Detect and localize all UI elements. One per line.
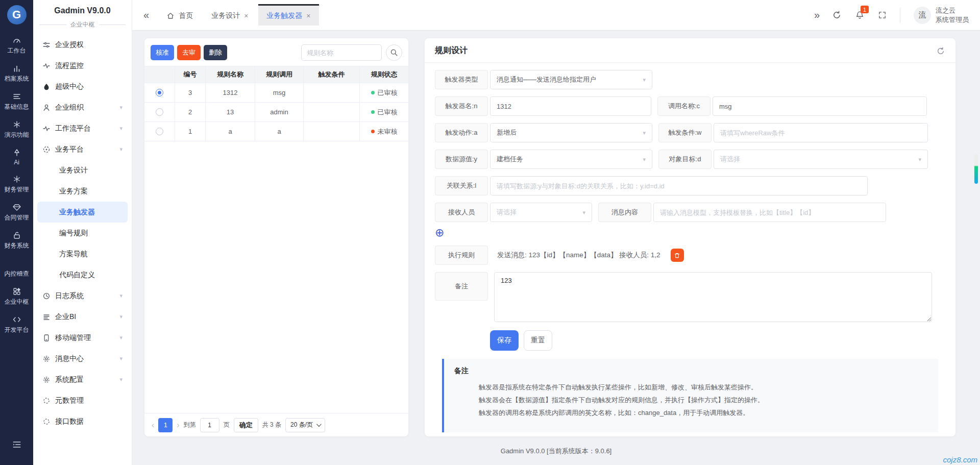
object-target-select[interactable]: 请选择 ▾ <box>714 150 928 169</box>
sidebar-item-numbering-rule[interactable]: 编号规则 <box>37 223 128 243</box>
sidebar: Gadmin V9.0.0 企业中枢 企业授权 流程监控 超级中心 企业组织 ▾ <box>33 0 132 465</box>
call-name-input[interactable] <box>713 96 927 116</box>
rail-item-basicinfo[interactable]: 基础信息 <box>5 92 29 111</box>
rail-item-audit[interactable]: 内控稽查 <box>5 259 29 278</box>
goto-confirm-button[interactable]: 确定 <box>234 418 258 432</box>
row-select-radio[interactable] <box>156 108 163 116</box>
message-content-input[interactable] <box>653 203 886 222</box>
app-logo[interactable]: G <box>7 5 27 25</box>
rail-collapse-button[interactable] <box>12 440 22 449</box>
sidebar-item-business-trigger[interactable]: 业务触发器 <box>37 202 128 223</box>
row-select-radio[interactable] <box>156 89 163 96</box>
user-name: 流之云 <box>936 7 955 14</box>
current-page-button[interactable]: 1 <box>158 418 173 432</box>
prev-page-icon[interactable]: ‹ <box>152 421 154 430</box>
rail-item-finance-mgmt[interactable]: 财务管理 <box>5 175 29 194</box>
clock-icon <box>42 292 51 300</box>
user-menu[interactable]: 流 流之云 系统管理员 <box>914 6 969 24</box>
chevron-down-icon: ▾ <box>119 146 122 153</box>
sidebar-menu: 企业授权 流程监控 超级中心 企业组织 ▾ 工作流平台 ▾ <box>33 31 132 465</box>
exec-rule-text: 发送消息: 123【id】【name】【data】 接收人员: 1,2 <box>497 251 660 260</box>
receiver-select[interactable]: 请选择 ▾ <box>490 203 592 222</box>
trigger-action-select[interactable]: 新增后 ▾ <box>490 123 652 142</box>
tab-home[interactable]: 首页 <box>158 4 201 26</box>
rail-item-ai[interactable]: Ai <box>12 148 21 166</box>
chevron-down-icon: ▾ <box>119 355 122 362</box>
next-page-icon[interactable]: › <box>177 421 179 430</box>
trigger-type-select[interactable]: 消息通知——发送消息给指定用户 ▾ <box>490 70 652 89</box>
reset-button[interactable]: 重置 <box>524 330 552 351</box>
sidebar-item-system-config[interactable]: 系统配置 ▾ <box>37 369 128 390</box>
notifications-bell-icon[interactable]: 1 <box>855 10 865 20</box>
close-icon[interactable]: × <box>306 12 310 20</box>
relation-input[interactable] <box>490 176 868 195</box>
sidebar-item-message-center[interactable]: 消息中心 ▾ <box>37 348 128 369</box>
field-label-relation: 关联关系:l <box>435 176 488 195</box>
trigger-condition-input[interactable] <box>714 123 928 142</box>
pulse-icon <box>42 125 51 133</box>
data-source-select[interactable]: 建档任务 ▾ <box>490 150 652 169</box>
collapse-sidebar-icon[interactable]: « <box>143 9 148 21</box>
row-select-radio[interactable] <box>156 128 163 135</box>
sidebar-item-enterprise-bi[interactable]: 企业BI ▾ <box>37 306 128 327</box>
search-input[interactable] <box>301 44 382 61</box>
rail-item-enterprise-hub[interactable]: 企业中枢 <box>5 287 29 306</box>
fullscreen-icon[interactable] <box>878 11 887 19</box>
refresh-icon[interactable] <box>832 10 842 20</box>
rail-item-archives[interactable]: 档案系统 <box>5 64 29 83</box>
save-button[interactable]: 保存 <box>490 330 519 351</box>
delete-rule-button[interactable] <box>671 249 684 262</box>
rail-item-finance-sys[interactable]: 财务系统 <box>5 231 29 250</box>
sidebar-item-business-platform[interactable]: 业务平台 ▾ <box>37 139 128 160</box>
tree-icon <box>12 148 21 157</box>
status-badge: 未审核 <box>378 127 398 136</box>
sidebar-item-business-design[interactable]: 业务设计 <box>37 160 128 181</box>
tab-business-trigger[interactable]: 业务触发器 × <box>258 4 318 26</box>
scrollbar-thumb[interactable] <box>974 154 978 184</box>
sidebar-item-meta-mgmt[interactable]: 元数管理 <box>37 390 128 411</box>
sidebar-item-super-center[interactable]: 超级中心 <box>37 76 128 97</box>
rail-item-workbench[interactable]: 工作台 <box>8 36 26 55</box>
sidebar-item-mobile-mgmt[interactable]: 移动端管理 ▾ <box>37 327 128 348</box>
form-actions: 保存 重置 <box>490 330 945 351</box>
sidebar-item-enterprise-auth[interactable]: 企业授权 <box>37 34 128 55</box>
rail-item-dev-platform[interactable]: 开发平台 <box>5 315 29 334</box>
add-rule-button[interactable]: ⊕ <box>435 227 444 238</box>
sidebar-item-workflow-platform[interactable]: 工作流平台 ▾ <box>37 118 128 139</box>
more-tabs-icon[interactable]: » <box>814 9 819 21</box>
panel-refresh-icon[interactable] <box>936 46 945 56</box>
tab-business-design[interactable]: 业务设计 × <box>203 4 256 26</box>
user-role: 系统管理员 <box>936 16 969 23</box>
sidebar-item-code-custom[interactable]: 代码自定义 <box>37 264 128 285</box>
snowflake-icon <box>12 175 21 184</box>
search-button[interactable] <box>386 44 402 61</box>
user-name-block: 流之云 系统管理员 <box>936 6 969 24</box>
approve-button[interactable]: 核准 <box>151 45 174 60</box>
sidebar-item-business-plan[interactable]: 业务方案 <box>37 181 128 202</box>
sidebar-item-log-system[interactable]: 日志系统 ▾ <box>37 285 128 306</box>
field-label-exec-rule: 执行规则 <box>435 246 488 265</box>
gem-icon <box>12 203 21 212</box>
close-icon[interactable]: × <box>244 12 248 20</box>
goto-label: 到第 <box>184 421 196 429</box>
rail-item-demo[interactable]: 演示功能 <box>5 120 29 139</box>
note-line: 触发器是指系统在特定条件下自动触发执行某些操作，比如新增、修改、审核后触发某些操… <box>454 381 928 394</box>
trigger-name-input[interactable] <box>490 96 651 116</box>
note-title: 备注 <box>454 366 928 376</box>
sidebar-item-enterprise-org[interactable]: 企业组织 ▾ <box>37 97 128 118</box>
unapprove-button[interactable]: 去审 <box>177 45 201 60</box>
page-size-select[interactable]: 20 条/页 <box>285 418 325 432</box>
search-box <box>301 44 402 61</box>
content-area: 核准 去审 删除 编号 规则名称 规则调用 <box>132 30 980 436</box>
remark-textarea[interactable]: 123 <box>494 272 932 322</box>
sidebar-item-process-monitor[interactable]: 流程监控 <box>37 55 128 76</box>
rail-item-contract[interactable]: 合同管理 <box>5 203 29 222</box>
delete-button[interactable]: 删除 <box>204 45 227 60</box>
goto-page-input[interactable] <box>200 418 219 432</box>
table-cell-radio <box>144 83 175 103</box>
app-version-title: Gadmin V9.0.0 <box>33 0 132 20</box>
sidebar-item-plan-nav[interactable]: 方案导航 <box>37 243 128 264</box>
dashed-circle-icon <box>42 397 51 405</box>
panel-title: 规则设计 <box>435 45 468 56</box>
sidebar-item-api-data[interactable]: 接口数据 <box>37 411 128 432</box>
